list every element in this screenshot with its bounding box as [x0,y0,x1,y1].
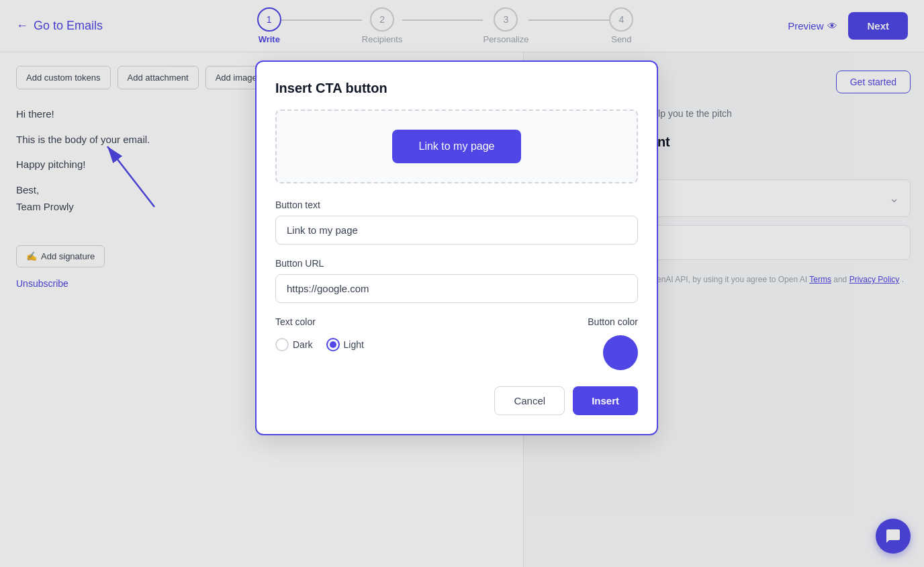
radio-selected-dot [330,341,336,348]
dark-option-label: Dark [293,339,313,350]
color-section: Text color Dark Light Button color [275,316,638,370]
text-color-label: Text color [275,316,364,327]
dark-radio-option[interactable]: Dark [275,338,313,351]
button-text-input[interactable] [275,216,638,245]
button-color-swatch[interactable] [603,335,638,370]
light-radio-option[interactable]: Light [326,338,364,351]
button-url-label: Button URL [275,258,638,269]
modal-actions: Cancel Insert [275,386,638,415]
text-color-radio-group: Dark Light [275,338,364,351]
cancel-button[interactable]: Cancel [494,386,565,415]
light-radio-circle [326,338,340,351]
dark-radio-circle [275,338,289,351]
cta-preview-button: Link to my page [392,130,522,163]
button-color-label: Button color [588,316,638,327]
button-color-group: Button color [588,316,638,370]
button-url-input[interactable] [275,274,638,303]
modal-overlay[interactable]: Insert CTA button Link to my page Button… [0,0,924,567]
cta-modal: Insert CTA button Link to my page Button… [255,60,658,435]
modal-title: Insert CTA button [275,81,638,96]
insert-button[interactable]: Insert [573,386,638,415]
cta-preview-area: Link to my page [275,110,638,183]
text-color-group: Text color Dark Light [275,316,364,351]
light-option-label: Light [344,339,364,350]
button-text-label: Button text [275,200,638,210]
